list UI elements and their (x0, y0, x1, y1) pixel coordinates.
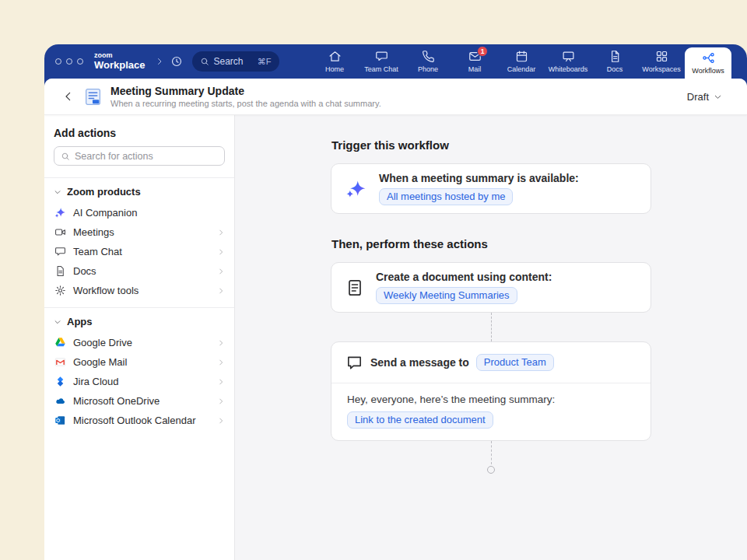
chat-bubble-icon (345, 354, 363, 372)
search-label: Search (214, 56, 244, 67)
nav-label: Mail (468, 65, 482, 73)
section-apps[interactable]: Apps (44, 308, 234, 333)
main-area: Add actions Zoom products (44, 115, 747, 560)
nav-label: Workspaces (642, 65, 680, 73)
chevron-right-icon[interactable] (155, 57, 164, 66)
navbar-tabs: Home Team Chat Phone Mail 1 Calend (311, 44, 747, 79)
sidebar-item-label: Google Mail (73, 356, 127, 368)
zoom-workplace-logo: zoom Workplace (94, 52, 146, 70)
docs-icon (608, 50, 622, 63)
google-drive-icon (54, 337, 66, 348)
sidebar-item-meetings[interactable]: Meetings (44, 222, 234, 242)
window-dot[interactable] (55, 58, 61, 65)
nav-item-workflows[interactable]: Workflows (685, 47, 731, 79)
chevron-right-icon (217, 287, 225, 295)
sidebar-item-label: Docs (73, 265, 96, 277)
workflow-title: Meeting Summary Update (110, 85, 381, 97)
workspaces-icon (655, 50, 668, 63)
sidebar-item-ai-companion[interactable]: AI Companion (44, 203, 234, 222)
status-badge: Draft (687, 91, 709, 103)
sidebar-item-team-chat[interactable]: Team Chat (44, 242, 234, 261)
nav-label: Docs (607, 65, 623, 73)
meetings-icon (54, 226, 66, 238)
create-doc-text: Create a document using content: (376, 271, 552, 283)
chevron-right-icon (217, 339, 225, 347)
sidebar-item-microsoft-outlook-calendar[interactable]: Microsoft Outlook Calendar (44, 411, 234, 430)
workflow-title-block: Meeting Summary Update When a recurring … (110, 85, 381, 108)
workflows-icon (702, 51, 715, 65)
chevron-right-icon (217, 378, 225, 386)
window-dot[interactable] (77, 58, 83, 65)
workflow-end-node[interactable] (487, 466, 495, 474)
trigger-heading: Trigger this workflow (331, 138, 651, 152)
nav-item-partial-more[interactable]: M (731, 44, 747, 79)
section-label: Apps (67, 316, 93, 327)
create-doc-content-chip[interactable]: Weekly Meeting Summaries (376, 287, 517, 304)
page-background: zoom Workplace Search ⌘F Home (0, 0, 747, 560)
nav-label: Phone (418, 65, 438, 73)
nav-label: Team Chat (364, 65, 398, 73)
team-chat-icon (54, 246, 66, 257)
gmail-icon (54, 356, 66, 368)
nav-item-docs[interactable]: Docs (591, 44, 638, 79)
nav-item-whiteboards[interactable]: Whiteboards (545, 44, 591, 79)
trigger-scope-chip[interactable]: All meetings hosted by me (379, 188, 513, 205)
send-message-text: Send a message to (370, 356, 469, 369)
actions-search[interactable] (54, 146, 225, 166)
team-chat-icon (375, 50, 388, 63)
nav-item-home[interactable]: Home (311, 44, 358, 79)
sidebar-item-jira-cloud[interactable]: Jira Cloud (44, 372, 234, 391)
history-clock-icon[interactable] (170, 55, 183, 68)
send-message-card[interactable]: Send a message to Product Team Hey, ever… (331, 341, 651, 441)
message-link-chip[interactable]: Link to the created document (347, 411, 493, 429)
nav-item-calendar[interactable]: Calendar (498, 44, 545, 79)
nav-label: Whiteboards (549, 65, 588, 73)
workflow-header: Meeting Summary Update When a recurring … (44, 79, 747, 115)
actions-sidebar: Add actions Zoom products (44, 115, 235, 560)
ai-companion-icon (54, 207, 66, 219)
spacer (44, 300, 234, 307)
sidebar-item-label: Meetings (73, 226, 114, 238)
workflow-canvas: Trigger this workflow When a meeting sum… (235, 115, 747, 560)
nav-label: Home (325, 65, 344, 73)
top-navbar: zoom Workplace Search ⌘F Home (44, 44, 747, 79)
sidebar-item-google-drive[interactable]: Google Drive (44, 333, 234, 352)
logo-workplace-text: Workplace (94, 60, 146, 71)
workflow-doc-icon (83, 87, 103, 107)
send-message-target-chip[interactable]: Product Team (476, 354, 554, 371)
actions-heading: Then, perform these actions (331, 237, 651, 250)
chevron-right-icon (217, 397, 225, 405)
docs-icon (54, 265, 66, 277)
section-zoom-products[interactable]: Zoom products (44, 178, 234, 203)
message-body-text: Hey, everyone, here’s the meeting summar… (347, 394, 635, 405)
sidebar-item-workflow-tools[interactable]: Workflow tools (44, 281, 234, 300)
home-icon (328, 50, 342, 63)
global-search[interactable]: Search ⌘F (192, 51, 279, 72)
window-controls[interactable] (55, 58, 83, 65)
content-panel: Meeting Summary Update When a recurring … (44, 79, 747, 560)
status-dropdown[interactable]: Draft (682, 88, 727, 106)
chevron-right-icon (217, 229, 225, 236)
nav-item-phone[interactable]: Phone (405, 44, 451, 79)
create-document-card[interactable]: Create a document using content: Weekly … (331, 262, 651, 313)
sidebar-item-microsoft-onedrive[interactable]: Microsoft OneDrive (44, 391, 234, 411)
outlook-calendar-icon (54, 415, 66, 426)
back-button[interactable] (58, 86, 79, 107)
sparkle-icon (345, 178, 367, 200)
trigger-card[interactable]: When a meeting summary is available: All… (331, 163, 651, 214)
actions-search-input[interactable] (75, 151, 218, 162)
window-dot[interactable] (66, 58, 72, 65)
workflow-flow: Trigger this workflow When a meeting sum… (331, 138, 651, 474)
calendar-icon (515, 50, 528, 63)
sidebar-item-label: Jira Cloud (73, 376, 119, 387)
sidebar-item-google-mail[interactable]: Google Mail (44, 352, 234, 372)
sidebar-item-docs[interactable]: Docs (44, 261, 234, 281)
document-icon (345, 278, 364, 297)
nav-item-workspaces[interactable]: Workspaces (638, 44, 685, 79)
nav-item-team-chat[interactable]: Team Chat (358, 44, 405, 79)
sidebar-item-label: AI Companion (73, 207, 137, 219)
nav-item-mail[interactable]: Mail 1 (451, 44, 498, 79)
section-label: Zoom products (67, 186, 141, 198)
workflow-subtitle: When a recurring meeting starts, post th… (110, 99, 381, 108)
caret-down-icon (54, 188, 61, 196)
